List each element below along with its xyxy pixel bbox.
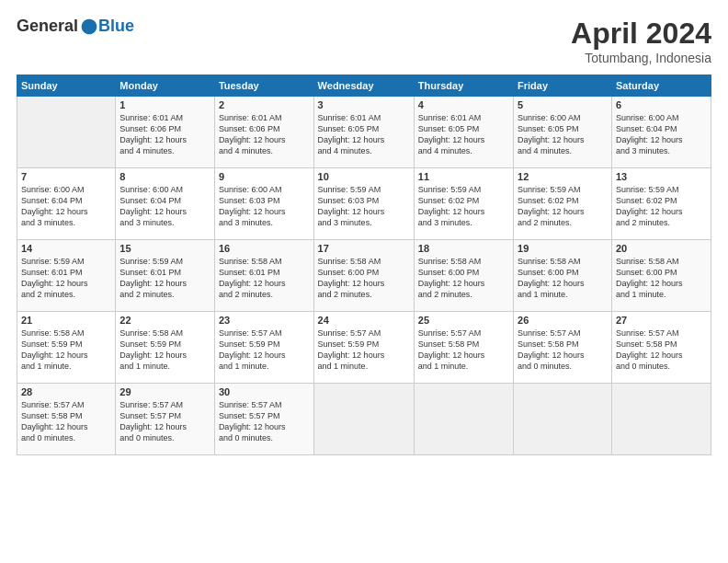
table-row: 18Sunrise: 5:58 AM Sunset: 6:00 PM Dayli… — [414, 240, 513, 312]
day-number: 4 — [418, 99, 509, 110]
table-row: 20Sunrise: 5:58 AM Sunset: 6:00 PM Dayli… — [611, 240, 711, 312]
day-number: 13 — [616, 171, 707, 182]
table-row: 23Sunrise: 5:57 AM Sunset: 5:59 PM Dayli… — [214, 312, 313, 384]
day-number: 20 — [616, 243, 707, 254]
day-info: Sunrise: 5:58 AM Sunset: 6:00 PM Dayligh… — [418, 256, 509, 301]
day-info: Sunrise: 5:57 AM Sunset: 5:59 PM Dayligh… — [318, 327, 410, 373]
table-row: 9Sunrise: 6:00 AM Sunset: 6:03 PM Daylig… — [214, 168, 313, 240]
table-row: 2Sunrise: 6:01 AM Sunset: 6:06 PM Daylig… — [214, 97, 313, 168]
page: General Blue April 2024 Totumbang, Indon… — [0, 0, 728, 563]
logo-general: General — [17, 17, 78, 36]
table-row: 24Sunrise: 5:57 AM Sunset: 5:59 PM Dayli… — [313, 312, 414, 384]
day-info: Sunrise: 5:57 AM Sunset: 5:58 PM Dayligh… — [616, 327, 707, 373]
day-number: 22 — [119, 315, 210, 326]
day-number: 28 — [21, 386, 111, 397]
table-row: 30Sunrise: 5:57 AM Sunset: 5:57 PM Dayli… — [214, 384, 313, 455]
day-info: Sunrise: 5:59 AM Sunset: 6:02 PM Dayligh… — [518, 184, 608, 229]
table-row: 16Sunrise: 5:58 AM Sunset: 6:01 PM Dayli… — [214, 240, 313, 312]
logo: General Blue — [17, 17, 134, 36]
calendar-header-row: Sunday Monday Tuesday Wednesday Thursday… — [17, 75, 711, 97]
col-tuesday: Tuesday — [214, 75, 313, 97]
day-info: Sunrise: 6:00 AM Sunset: 6:04 PM Dayligh… — [21, 184, 111, 229]
table-row — [313, 384, 414, 455]
day-info: Sunrise: 5:59 AM Sunset: 6:03 PM Dayligh… — [318, 184, 410, 229]
table-row: 1Sunrise: 6:01 AM Sunset: 6:06 PM Daylig… — [116, 97, 215, 168]
col-sunday: Sunday — [17, 75, 116, 97]
day-info: Sunrise: 5:59 AM Sunset: 6:02 PM Dayligh… — [616, 184, 707, 229]
day-number: 8 — [119, 171, 210, 182]
day-info: Sunrise: 5:59 AM Sunset: 6:01 PM Dayligh… — [21, 256, 111, 301]
day-info: Sunrise: 6:01 AM Sunset: 6:05 PM Dayligh… — [318, 112, 410, 157]
calendar-week-row: 7Sunrise: 6:00 AM Sunset: 6:04 PM Daylig… — [17, 168, 711, 240]
day-number: 19 — [518, 243, 608, 254]
day-number: 29 — [119, 386, 210, 397]
day-number: 3 — [318, 99, 410, 110]
day-number: 5 — [518, 99, 608, 110]
day-info: Sunrise: 5:58 AM Sunset: 6:00 PM Dayligh… — [318, 256, 410, 301]
day-number: 12 — [518, 171, 608, 182]
day-info: Sunrise: 5:59 AM Sunset: 6:02 PM Dayligh… — [418, 184, 509, 229]
table-row: 11Sunrise: 5:59 AM Sunset: 6:02 PM Dayli… — [414, 168, 513, 240]
table-row: 14Sunrise: 5:59 AM Sunset: 6:01 PM Dayli… — [17, 240, 116, 312]
day-info: Sunrise: 5:58 AM Sunset: 5:59 PM Dayligh… — [119, 327, 210, 373]
day-number: 25 — [418, 315, 509, 326]
table-row: 3Sunrise: 6:01 AM Sunset: 6:05 PM Daylig… — [313, 97, 414, 168]
table-row: 19Sunrise: 5:58 AM Sunset: 6:00 PM Dayli… — [514, 240, 612, 312]
day-info: Sunrise: 6:01 AM Sunset: 6:05 PM Dayligh… — [418, 112, 509, 157]
calendar: Sunday Monday Tuesday Wednesday Thursday… — [17, 75, 711, 455]
day-number: 24 — [318, 315, 410, 326]
calendar-week-row: 21Sunrise: 5:58 AM Sunset: 5:59 PM Dayli… — [17, 312, 711, 384]
calendar-week-row: 1Sunrise: 6:01 AM Sunset: 6:06 PM Daylig… — [17, 97, 711, 168]
table-row: 29Sunrise: 5:57 AM Sunset: 5:57 PM Dayli… — [116, 384, 215, 455]
day-info: Sunrise: 5:57 AM Sunset: 5:59 PM Dayligh… — [219, 327, 310, 373]
header: General Blue April 2024 Totumbang, Indon… — [17, 17, 711, 65]
day-info: Sunrise: 5:57 AM Sunset: 5:57 PM Dayligh… — [119, 399, 210, 444]
day-info: Sunrise: 5:57 AM Sunset: 5:58 PM Dayligh… — [21, 399, 111, 444]
table-row: 6Sunrise: 6:00 AM Sunset: 6:04 PM Daylig… — [611, 97, 711, 168]
day-info: Sunrise: 6:01 AM Sunset: 6:06 PM Dayligh… — [219, 112, 310, 157]
table-row — [514, 384, 612, 455]
table-row: 10Sunrise: 5:59 AM Sunset: 6:03 PM Dayli… — [313, 168, 414, 240]
day-info: Sunrise: 6:00 AM Sunset: 6:03 PM Dayligh… — [219, 184, 310, 229]
table-row: 15Sunrise: 5:59 AM Sunset: 6:01 PM Dayli… — [116, 240, 215, 312]
day-number: 9 — [219, 171, 310, 182]
logo-text: General Blue — [17, 17, 134, 36]
day-info: Sunrise: 5:58 AM Sunset: 5:59 PM Dayligh… — [21, 327, 111, 373]
table-row — [17, 97, 116, 168]
day-info: Sunrise: 5:58 AM Sunset: 6:01 PM Dayligh… — [219, 256, 310, 301]
table-row — [611, 384, 711, 455]
day-number: 23 — [219, 315, 310, 326]
location: Totumbang, Indonesia — [571, 51, 711, 65]
col-saturday: Saturday — [611, 75, 711, 97]
table-row: 13Sunrise: 5:59 AM Sunset: 6:02 PM Dayli… — [611, 168, 711, 240]
col-monday: Monday — [116, 75, 215, 97]
logo-icon — [80, 17, 98, 36]
day-number: 6 — [616, 99, 707, 110]
col-thursday: Thursday — [414, 75, 513, 97]
day-info: Sunrise: 5:58 AM Sunset: 6:00 PM Dayligh… — [518, 256, 608, 301]
table-row: 5Sunrise: 6:00 AM Sunset: 6:05 PM Daylig… — [514, 97, 612, 168]
day-number: 10 — [318, 171, 410, 182]
table-row: 8Sunrise: 6:00 AM Sunset: 6:04 PM Daylig… — [116, 168, 215, 240]
day-number: 11 — [418, 171, 509, 182]
day-number: 17 — [318, 243, 410, 254]
day-info: Sunrise: 6:00 AM Sunset: 6:05 PM Dayligh… — [518, 112, 608, 157]
table-row: 17Sunrise: 5:58 AM Sunset: 6:00 PM Dayli… — [313, 240, 414, 312]
day-number: 21 — [21, 315, 111, 326]
month-title: April 2024 — [571, 17, 711, 51]
day-number: 1 — [119, 99, 210, 110]
day-info: Sunrise: 6:00 AM Sunset: 6:04 PM Dayligh… — [119, 184, 210, 229]
calendar-week-row: 14Sunrise: 5:59 AM Sunset: 6:01 PM Dayli… — [17, 240, 711, 312]
table-row: 26Sunrise: 5:57 AM Sunset: 5:58 PM Dayli… — [514, 312, 612, 384]
calendar-week-row: 28Sunrise: 5:57 AM Sunset: 5:58 PM Dayli… — [17, 384, 711, 455]
table-row: 12Sunrise: 5:59 AM Sunset: 6:02 PM Dayli… — [514, 168, 612, 240]
day-info: Sunrise: 5:59 AM Sunset: 6:01 PM Dayligh… — [119, 256, 210, 301]
day-number: 15 — [119, 243, 210, 254]
table-row: 28Sunrise: 5:57 AM Sunset: 5:58 PM Dayli… — [17, 384, 116, 455]
table-row: 22Sunrise: 5:58 AM Sunset: 5:59 PM Dayli… — [116, 312, 215, 384]
title-block: April 2024 Totumbang, Indonesia — [571, 17, 711, 65]
day-number: 30 — [219, 386, 310, 397]
day-number: 27 — [616, 315, 707, 326]
day-info: Sunrise: 6:00 AM Sunset: 6:04 PM Dayligh… — [616, 112, 707, 157]
day-info: Sunrise: 5:57 AM Sunset: 5:58 PM Dayligh… — [518, 327, 608, 373]
